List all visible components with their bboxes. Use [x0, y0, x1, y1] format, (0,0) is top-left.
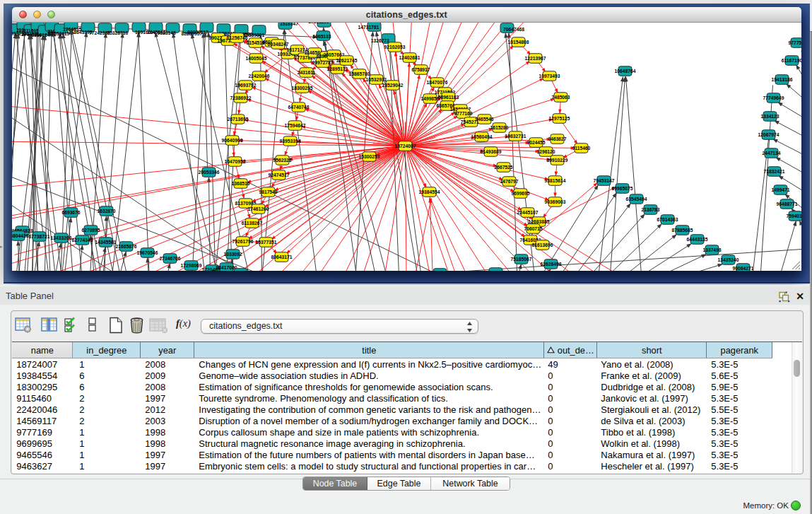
cell-title[interactable]: Corpus callosum shape and size in male p…: [194, 427, 544, 438]
cell-year[interactable]: 2009: [141, 370, 194, 382]
cell-out_de[interactable]: 0: [544, 382, 597, 393]
unselect-all-icon[interactable]: [88, 317, 97, 332]
cell-short[interactable]: Stergiakouli et al. (2012): [597, 404, 707, 416]
cell-in_degree[interactable]: 1: [73, 359, 141, 370]
cell-name[interactable]: 9699695: [12, 438, 73, 450]
cell-name[interactable]: 22420046: [12, 404, 73, 416]
scrollbar-thumb[interactable]: [794, 360, 800, 377]
cell-year[interactable]: 1997: [141, 393, 194, 404]
cell-title[interactable]: Tourette syndrome. Phenomenology and cla…: [194, 393, 544, 404]
memory-status-icon[interactable]: [791, 501, 801, 510]
select-all-icon[interactable]: [64, 317, 77, 333]
table-panel-close-icon[interactable]: ✕: [794, 290, 806, 303]
cell-in_degree[interactable]: 1: [73, 461, 141, 472]
cell-short[interactable]: de Silva et al. (2003): [597, 416, 707, 427]
float-window-icon[interactable]: [778, 291, 791, 303]
cell-out_de[interactable]: 0: [544, 438, 597, 450]
cell-short[interactable]: Franke et al. (2009): [597, 370, 707, 382]
cell-in_degree[interactable]: 2: [73, 416, 141, 427]
cell-short[interactable]: Nakamura et al. (1997): [597, 450, 707, 461]
cell-out_de[interactable]: 49: [544, 359, 597, 370]
cell-name[interactable]: 9465546: [12, 450, 73, 461]
cell-pagerank[interactable]: 5.3E-5: [707, 427, 772, 438]
column-header-name[interactable]: name: [12, 342, 73, 358]
column-header-year[interactable]: year: [141, 342, 194, 358]
cell-out_de[interactable]: 0: [544, 416, 597, 427]
cell-pagerank[interactable]: 5.6E-5: [707, 370, 772, 382]
cell-year[interactable]: 2008: [141, 382, 194, 393]
cell-short[interactable]: Dudbridge et al. (2008): [597, 382, 707, 393]
cell-name[interactable]: 14569117: [12, 416, 73, 427]
cell-title[interactable]: Embryonic stem cells: a model to study s…: [194, 461, 544, 472]
cell-name[interactable]: 18300295: [12, 382, 73, 393]
network-window[interactable]: citations_edges.txt 93321811133890279402…: [12, 7, 802, 271]
table-vertical-scrollbar[interactable]: [792, 342, 802, 473]
cell-short[interactable]: Jankovic et al. (1997): [597, 393, 707, 404]
table-row[interactable]: 2242004622012Investigating the contribut…: [12, 404, 772, 416]
network-window-titlebar[interactable]: citations_edges.txt: [12, 7, 802, 23]
cell-title[interactable]: Disruption of a novel member of a sodium…: [194, 416, 544, 427]
cell-pagerank[interactable]: 5.3E-5: [707, 450, 772, 461]
tab-edge-table[interactable]: Edge Table: [367, 477, 431, 490]
splitter-collapse-arrow[interactable]: ▸: [0, 243, 4, 250]
table-row[interactable]: 946554611997Estimation of the future num…: [12, 450, 772, 461]
cell-year[interactable]: 2003: [141, 416, 194, 427]
cell-title[interactable]: Investigating the contribution of common…: [194, 404, 544, 416]
cell-title[interactable]: Structural magnetic resonance image aver…: [194, 438, 544, 450]
cell-in_degree[interactable]: 1: [73, 438, 141, 450]
cell-in_degree[interactable]: 6: [73, 382, 141, 393]
table-settings-icon[interactable]: [15, 317, 32, 333]
column-header-pagerank[interactable]: pagerank: [707, 342, 772, 358]
column-header-in_degree[interactable]: in_degree: [73, 342, 141, 358]
column-header-short[interactable]: short: [597, 342, 707, 358]
cell-year[interactable]: 1997: [141, 450, 194, 461]
cell-short[interactable]: Hescheler et al. (1997): [597, 461, 707, 472]
table-row[interactable]: 1456911722003Disruption of a novel membe…: [12, 416, 772, 427]
cell-out_de[interactable]: 0: [544, 450, 597, 461]
cell-pagerank[interactable]: 5.3E-5: [707, 461, 772, 472]
cell-name[interactable]: 9777169: [12, 427, 73, 438]
cell-in_degree[interactable]: 2: [73, 404, 141, 416]
tab-network-table[interactable]: Network Table: [431, 477, 510, 490]
cell-year[interactable]: 1998: [141, 438, 194, 450]
right-edge-strip[interactable]: [810, 31, 812, 514]
tab-node-table[interactable]: Node Table: [303, 477, 367, 490]
cell-title[interactable]: Changes of HCN gene expression and I(f) …: [194, 359, 544, 370]
cell-out_de[interactable]: 0: [544, 393, 597, 404]
cell-name[interactable]: 18724007: [12, 359, 73, 370]
cell-year[interactable]: 2008: [141, 359, 194, 370]
cell-out_de[interactable]: 0: [544, 427, 597, 438]
table-row[interactable]: 1872400712008Changes of HCN gene express…: [12, 359, 772, 370]
cell-short[interactable]: Yano et al. (2008): [597, 359, 707, 370]
function-builder-icon[interactable]: f(x): [176, 317, 194, 329]
table-row[interactable]: 911546021997Tourette syndrome. Phenomeno…: [12, 393, 772, 404]
table-row[interactable]: 977716911998Corpus callosum shape and si…: [12, 427, 772, 438]
window-resize-grip[interactable]: [790, 259, 801, 270]
cell-title[interactable]: Estimation of the future numbers of pati…: [194, 450, 544, 461]
cell-in_degree[interactable]: 1: [73, 450, 141, 461]
cell-out_de[interactable]: 0: [544, 370, 597, 382]
cell-short[interactable]: Tibbo et al. (1998): [597, 427, 707, 438]
cell-short[interactable]: Wolkin et al. (1998): [597, 438, 707, 450]
table-row[interactable]: 1938455462009Genome–wide association stu…: [12, 370, 772, 382]
cell-in_degree[interactable]: 6: [73, 370, 141, 382]
cell-out_de[interactable]: 0: [544, 404, 597, 416]
cell-year[interactable]: 2012: [141, 404, 194, 416]
cell-year[interactable]: 1997: [141, 461, 194, 472]
column-header-title[interactable]: title: [194, 342, 544, 358]
cell-pagerank[interactable]: 5.3E-5: [707, 416, 772, 427]
table-chooser-combobox[interactable]: citations_edges.txt: [201, 319, 478, 334]
cell-in_degree[interactable]: 2: [73, 393, 141, 404]
cell-in_degree[interactable]: 1: [73, 427, 141, 438]
table-row[interactable]: 969969511998Structural magnetic resonanc…: [12, 438, 772, 450]
cell-pagerank[interactable]: 5.3E-5: [707, 438, 772, 450]
cell-name[interactable]: 19384554: [12, 370, 73, 382]
cell-out_de[interactable]: 0: [544, 461, 597, 472]
new-column-icon[interactable]: [108, 317, 124, 334]
cell-pagerank[interactable]: 5.3E-5: [707, 359, 772, 370]
table-row[interactable]: 1830029562008Estimation of significance …: [12, 382, 772, 393]
show-columns-icon[interactable]: [41, 317, 58, 333]
cell-title[interactable]: Genome–wide association studies in ADHD.: [194, 370, 544, 382]
cell-year[interactable]: 1998: [141, 427, 194, 438]
cell-pagerank[interactable]: 5.9E-5: [707, 382, 772, 393]
